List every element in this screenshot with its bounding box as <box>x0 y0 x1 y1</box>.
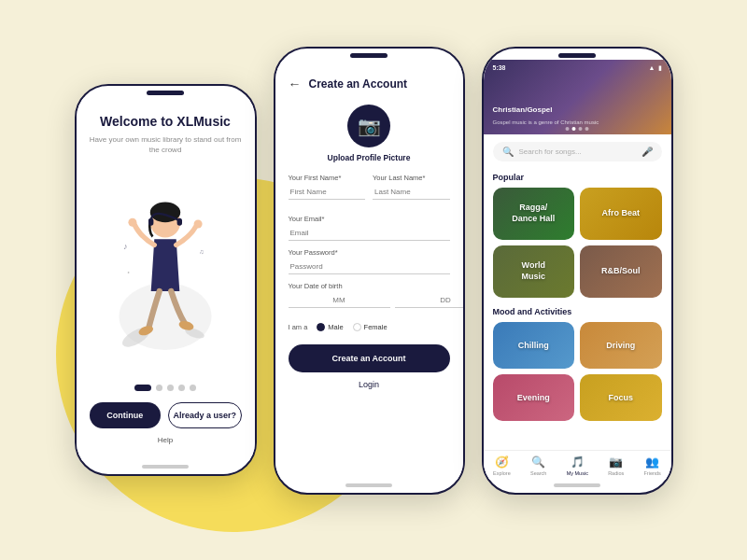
email-input[interactable] <box>289 226 450 241</box>
last-name-input[interactable] <box>373 185 450 200</box>
status-time: 5:38 <box>493 64 506 71</box>
dot-2 <box>156 385 162 391</box>
welcome-screen: Welcome to XLMusic Have your own music l… <box>77 97 255 462</box>
phone-home-3 <box>554 483 600 487</box>
welcome-buttons: Continue Already a user? <box>90 402 242 428</box>
svg-text:•: • <box>128 269 130 275</box>
gender-male-option[interactable]: Male <box>317 323 343 331</box>
svg-point-7 <box>128 218 136 227</box>
page-dots <box>134 385 196 391</box>
banner-dot-2 <box>572 127 576 131</box>
genre-card-ragga[interactable]: Ragga/Dance Hall <box>493 188 575 240</box>
camera-icon: 📷 <box>358 115 381 137</box>
male-label: Male <box>328 323 343 331</box>
popular-genre-grid: Ragga/Dance Hall Afro Beat WorldMusic R&… <box>493 188 662 298</box>
genre-card-afro[interactable]: Afro Beat <box>580 188 662 240</box>
status-bar: 5:38 ▲ ▮ <box>493 64 662 72</box>
explore-icon: 🧭 <box>495 455 509 469</box>
phone-notch-3 <box>558 53 596 58</box>
search-placeholder: Search for songs... <box>519 147 636 156</box>
nav-radios-label: Radios <box>608 470 624 476</box>
password-label: Your Password* <box>289 248 450 257</box>
nav-friends[interactable]: 👥 Friends <box>644 455 661 476</box>
mood-card-driving[interactable]: Driving <box>580 322 662 369</box>
radios-icon: 📷 <box>609 455 623 469</box>
dot-3 <box>167 385 174 391</box>
mood-grid: Chilling Driving Evening Focus <box>493 322 662 421</box>
email-group: Your Email* <box>289 215 450 241</box>
banner-dot-1 <box>566 127 570 131</box>
genre-card-world-text: WorldMusic <box>521 260 545 282</box>
banner-dots <box>566 127 589 131</box>
gender-label: I am a <box>289 323 308 331</box>
wifi-icon: ▲ <box>649 64 655 71</box>
dot-1 <box>134 385 151 391</box>
dob-group: Your Date of birth <box>289 282 450 315</box>
help-link[interactable]: Help <box>158 436 173 444</box>
password-input[interactable] <box>289 259 450 274</box>
genre-card-ragga-text: Ragga/Dance Hall <box>512 203 555 224</box>
dot-5 <box>190 385 196 391</box>
nav-search-label: Search <box>530 470 546 476</box>
girl-illustration: ♪ ♫ • <box>105 190 226 358</box>
dot-4 <box>178 385 185 391</box>
nav-explore-label: Explore <box>493 470 511 476</box>
nav-search[interactable]: 🔍 Search <box>530 455 546 476</box>
popular-section-title: Popular <box>493 173 662 182</box>
password-group: Your Password* <box>289 248 450 274</box>
banner-dot-4 <box>585 127 589 131</box>
main-scene: Welcome to XLMusic Have your own music l… <box>0 0 747 560</box>
female-label: Female <box>364 323 388 331</box>
upload-label: Upload Profile Picture <box>328 153 411 162</box>
continue-button[interactable]: Continue <box>90 402 162 428</box>
gender-female-option[interactable]: Female <box>353 323 388 331</box>
mood-card-chilling[interactable]: Chilling <box>493 322 575 369</box>
welcome-illustration: ♪ ♫ • <box>90 164 242 385</box>
search-nav-icon: 🔍 <box>531 455 545 469</box>
battery-icon: ▮ <box>658 64 662 72</box>
first-name-input[interactable] <box>289 185 366 200</box>
svg-point-8 <box>194 220 203 229</box>
phone-create-account: ← Create an Account 📷 Upload Profile Pic… <box>274 47 465 495</box>
gender-row: I am a Male Female <box>289 323 450 331</box>
nav-friends-label: Friends <box>644 470 661 476</box>
create-account-button[interactable]: Create an Account <box>289 344 450 372</box>
phone-home-1 <box>142 465 189 469</box>
mood-focus-text: Focus <box>608 393 633 402</box>
svg-text:♪: ♪ <box>123 242 128 251</box>
name-row: Your First Name* Your Last Name* <box>289 174 450 207</box>
avatar-upload-button[interactable]: 📷 <box>347 105 390 147</box>
phone-welcome: Welcome to XLMusic Have your own music l… <box>75 84 257 476</box>
svg-text:♫: ♫ <box>199 247 204 256</box>
dob-mm-input[interactable] <box>289 293 390 308</box>
svg-rect-5 <box>148 218 153 226</box>
genre-card-world[interactable]: WorldMusic <box>493 245 575 298</box>
login-button[interactable]: Login <box>359 380 379 389</box>
phone-home-2 <box>345 483 392 487</box>
microphone-icon[interactable]: 🎤 <box>641 147 653 157</box>
genre-banner: 5:38 ▲ ▮ Christian/Gospel Gospel music i… <box>484 60 671 134</box>
nav-my-music-label: My Music <box>567 470 588 476</box>
mood-card-focus[interactable]: Focus <box>580 374 662 421</box>
back-arrow-icon[interactable]: ← <box>289 77 302 91</box>
welcome-subtitle: Have your own music library to stand out… <box>90 134 242 155</box>
mood-card-evening[interactable]: Evening <box>493 374 575 421</box>
dob-label: Your Date of birth <box>289 282 450 290</box>
already-user-button[interactable]: Already a user? <box>168 402 242 428</box>
male-radio[interactable] <box>317 323 325 331</box>
genre-card-rnb[interactable]: R&B/Soul <box>580 245 662 298</box>
mood-evening-text: Evening <box>517 393 550 402</box>
first-name-group: Your First Name* <box>289 174 366 200</box>
female-radio[interactable] <box>353 323 361 331</box>
create-account-header: ← Create an Account <box>289 77 450 91</box>
nav-radios[interactable]: 📷 Radios <box>608 455 624 476</box>
last-name-label: Your Last Name* <box>373 174 450 182</box>
nav-explore[interactable]: 🧭 Explore <box>493 455 511 476</box>
dob-dd-input[interactable] <box>395 293 465 308</box>
nav-my-music[interactable]: 🎵 My Music <box>567 455 588 476</box>
genre-banner-label: Christian/Gospel <box>493 105 553 114</box>
my-music-icon: 🎵 <box>571 455 585 469</box>
mood-driving-text: Driving <box>606 341 635 350</box>
search-bar[interactable]: 🔍 Search for songs... 🎤 <box>493 142 662 161</box>
phone-notch-1 <box>147 91 184 95</box>
